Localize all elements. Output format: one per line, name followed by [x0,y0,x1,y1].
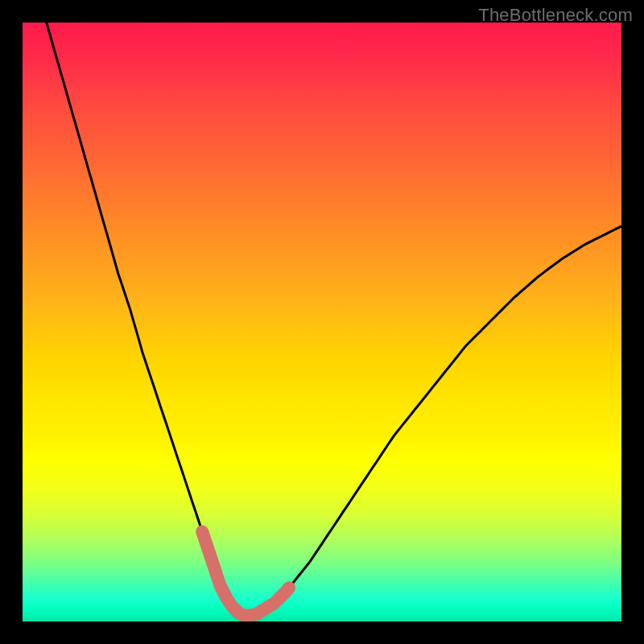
bottleneck-curve [47,23,621,616]
watermark-text: TheBottleneck.com [478,5,633,26]
plot-area [23,23,621,621]
marker-left-segment [202,531,226,597]
chart-svg [23,23,621,621]
marker-right-segment [262,588,290,611]
chart-stage: TheBottleneck.com [0,0,644,644]
